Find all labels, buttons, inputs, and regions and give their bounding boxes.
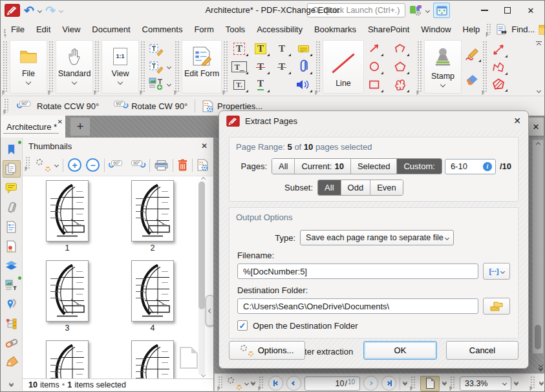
page-number-input[interactable]: 10/10: [305, 377, 360, 391]
pages-current-option[interactable]: Current:10: [295, 159, 350, 174]
launch-applications-icon[interactable]: [409, 5, 422, 16]
pages-all-option[interactable]: All: [272, 159, 295, 174]
toolbar-grip-4[interactable]: [140, 41, 146, 93]
statusbar-grip-4[interactable]: [450, 376, 456, 389]
typewriter-tool[interactable]: T: [230, 40, 249, 57]
ok-button[interactable]: OK: [363, 341, 437, 360]
edit-text-tool[interactable]: [147, 41, 166, 58]
browse-folder-button[interactable]: [483, 298, 510, 315]
statusbar-options-gear-icon[interactable]: [228, 377, 242, 390]
menu-help[interactable]: Help: [457, 21, 486, 37]
toolbar-expand-icon[interactable]: [537, 88, 541, 93]
delete-pages-icon[interactable]: [178, 159, 187, 171]
previous-page-button[interactable]: [286, 376, 301, 391]
thumbnail-page-3[interactable]: 3: [46, 260, 89, 333]
tab-close-icon[interactable]: ✕: [58, 118, 63, 125]
macro-button[interactable]: [···]: [483, 263, 510, 280]
thumbnails-scrollbar-thumb[interactable]: [198, 181, 205, 309]
find-toolbar-grip[interactable]: [486, 23, 492, 35]
comments-pane-button[interactable]: [3, 180, 21, 197]
statusbar-overflow-1-icon[interactable]: [251, 382, 255, 385]
tab-architecture[interactable]: Architecture * ✕: [1, 116, 65, 138]
info-icon[interactable]: i: [483, 162, 492, 171]
search-in-folder-icon[interactable]: [539, 24, 545, 35]
thumbnail-page-4[interactable]: 4: [131, 260, 174, 333]
edit-object-tool[interactable]: [147, 59, 166, 76]
thumbnails-scroll-down-icon[interactable]: [201, 373, 206, 377]
add-content-dropdown-icon[interactable]: [167, 81, 171, 86]
open-destination-checkbox-row[interactable]: ✓ Open the Destination Folder: [237, 320, 510, 331]
destinations-pane-button[interactable]: [3, 296, 21, 313]
rectangle-tool[interactable]: [365, 76, 384, 93]
thumbnails-properties-icon[interactable]: [197, 159, 208, 171]
layers-pane-button[interactable]: [3, 257, 21, 274]
statusbar-grip-3[interactable]: [411, 376, 416, 389]
toolbar-grip-7[interactable]: [315, 41, 321, 93]
thumbnails-rotate-cw-button[interactable]: ↻90°: [129, 159, 145, 172]
document-pane-close-button[interactable]: ✕: [528, 117, 544, 136]
rotate-ccw-button[interactable]: ↺ 90° Rotate CCW 90°: [12, 98, 105, 114]
print-icon[interactable]: [155, 160, 168, 171]
dialog-close-icon[interactable]: ✕: [513, 116, 521, 126]
thumbnails-pane-button[interactable]: [3, 160, 21, 178]
distance-tool[interactable]: [489, 41, 508, 58]
polygon-line-tool[interactable]: [390, 40, 410, 57]
thumbnail-page-6[interactable]: [131, 340, 174, 378]
standard-toolbar-button[interactable]: Standard: [56, 40, 93, 94]
subset-odd-option[interactable]: Odd: [341, 180, 371, 195]
options-button[interactable]: Options...: [229, 341, 305, 360]
highlight-text-tool[interactable]: T: [251, 40, 270, 57]
bookmarks-pane-button[interactable]: [3, 141, 21, 158]
undo-icon[interactable]: ↶: [24, 5, 34, 17]
view-toolbar-button[interactable]: 1:1 View: [102, 40, 139, 94]
content-pane-button[interactable]: [3, 276, 21, 294]
statusbar-overflow-4-icon[interactable]: [515, 382, 518, 385]
signatures-pane-button[interactable]: [3, 238, 21, 255]
undo-dropdown-icon[interactable]: [37, 8, 42, 12]
statusbar-overflow-3-icon[interactable]: [443, 382, 446, 385]
strikeout-text-tool[interactable]: T: [251, 58, 270, 75]
attach-file-tool[interactable]: [294, 58, 313, 75]
menu-file[interactable]: File: [5, 21, 30, 37]
statusbar-overflow-5-icon[interactable]: [540, 382, 543, 385]
arrow-tool[interactable]: [365, 40, 384, 57]
replace-text-tool[interactable]: T: [272, 58, 292, 75]
menu-edit[interactable]: Edit: [30, 21, 56, 37]
first-page-button[interactable]: [268, 376, 283, 391]
find-label[interactable]: Find...: [511, 25, 535, 34]
stamp-toolbar-button[interactable]: Stamp: [424, 40, 462, 94]
thumbnails-rotate-ccw-button[interactable]: ↺90°: [109, 159, 125, 172]
pencil-tool[interactable]: [462, 46, 482, 63]
insert-text-tool[interactable]: T: [272, 40, 292, 57]
callout-tool[interactable]: T.: [230, 76, 249, 93]
edit-tool-dropdown-icon[interactable]: [167, 65, 171, 69]
fields-pane-button[interactable]: [3, 218, 21, 236]
menu-document[interactable]: Document: [86, 21, 136, 37]
document-pane-collapse-icon[interactable]: [539, 368, 542, 371]
toolbar-grip-9[interactable]: [482, 41, 488, 93]
destination-folder-input[interactable]: [237, 298, 478, 314]
menu-accessibility[interactable]: Accessibility: [251, 21, 308, 37]
area-tool[interactable]: [489, 76, 508, 92]
menu-sharepoint[interactable]: SharePoint: [362, 21, 415, 37]
thumbnails-scrollbar[interactable]: [198, 181, 205, 375]
attachments-pane-button[interactable]: [3, 199, 21, 216]
oval-tool[interactable]: [365, 58, 384, 75]
document-scrollbar-thumb[interactable]: [535, 325, 541, 349]
toolbar-grip-3[interactable]: [94, 41, 100, 93]
zoom-out-thumbnails-button[interactable]: −: [86, 158, 100, 172]
tags-pane-button[interactable]: [3, 354, 21, 371]
thumbnail-page-1[interactable]: 1: [46, 180, 89, 253]
toolbar-collapse-icon[interactable]: [536, 41, 542, 46]
thumbnail-page-5[interactable]: [46, 340, 89, 378]
order-pane-button[interactable]: [3, 315, 21, 333]
cloud-tool[interactable]: [390, 76, 410, 93]
zoom-in-thumbnails-button[interactable]: +: [68, 158, 81, 172]
polygon-tool[interactable]: [390, 58, 410, 75]
underline-text-tool[interactable]: T: [251, 76, 270, 93]
pages-selected-option[interactable]: Selected: [351, 159, 398, 174]
menu-comments[interactable]: Comments: [136, 21, 189, 37]
close-button[interactable]: ✕: [521, 2, 540, 19]
new-tab-button[interactable]: +: [70, 118, 90, 136]
strip-overflow-chevron-icon[interactable]: [10, 384, 13, 386]
